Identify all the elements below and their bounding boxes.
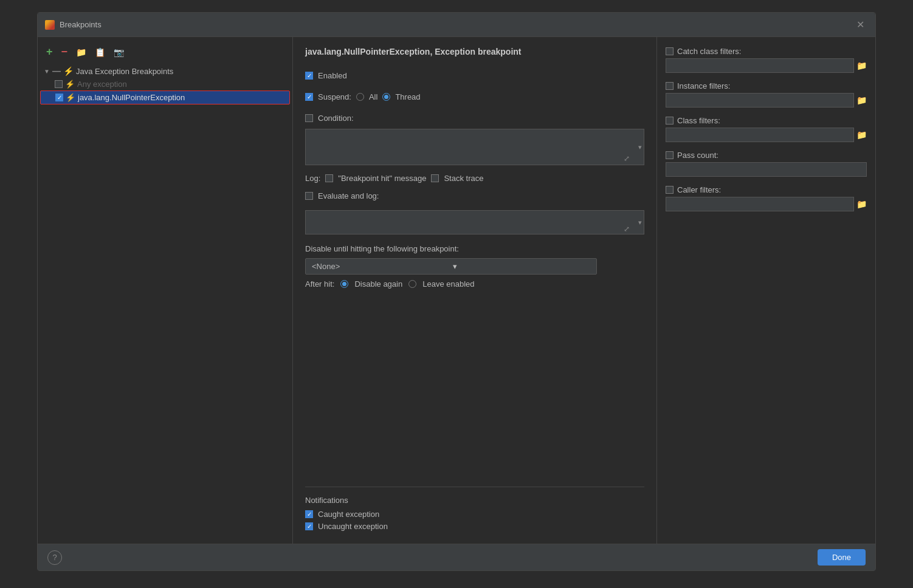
instance-input[interactable]: [666, 93, 854, 108]
evaluate-label: Evaluate and log:: [318, 191, 379, 200]
catch-class-row: Catch class filters: 📁: [666, 47, 867, 73]
disable-section: Disable until hitting the following brea…: [305, 244, 644, 289]
instance-row: Instance filters: 📁: [666, 81, 867, 108]
evaluate-checkbox[interactable]: [305, 192, 313, 200]
evaluate-row: Evaluate and log:: [305, 191, 644, 200]
catch-class-folder[interactable]: 📁: [856, 61, 867, 70]
condition-input[interactable]: [305, 129, 644, 165]
any-exception-checkbox[interactable]: [55, 80, 63, 88]
app-icon: [45, 20, 55, 30]
pass-count-header: Pass count:: [666, 151, 867, 160]
caller-label: Caller filters:: [677, 185, 721, 194]
catch-class-input[interactable]: [666, 58, 854, 73]
uncaught-label: Uncaught exception: [318, 522, 388, 531]
caller-folder[interactable]: 📁: [856, 199, 867, 209]
caught-label: Caught exception: [318, 510, 379, 519]
caller-input-row: 📁: [666, 197, 867, 211]
minus-icon: ―: [52, 66, 61, 76]
disable-dropdown[interactable]: <None> ▾: [305, 258, 597, 275]
caller-row: Caller filters: 📁: [666, 185, 867, 211]
all-radio[interactable]: [356, 93, 364, 101]
all-label: All: [369, 92, 377, 101]
close-button[interactable]: ✕: [853, 18, 868, 32]
class-input[interactable]: [666, 128, 854, 142]
enabled-row: Enabled: [305, 71, 644, 80]
instance-checkbox[interactable]: [666, 82, 674, 90]
none-option: <None>: [312, 262, 449, 271]
uncaught-checkbox[interactable]: [305, 522, 313, 530]
class-checkbox[interactable]: [666, 117, 674, 125]
done-button[interactable]: Done: [818, 549, 866, 566]
npe-label: java.lang.NullPointerException: [78, 93, 185, 102]
condition-row: Condition:: [305, 114, 644, 123]
title-bar: Breakpoints ✕: [38, 13, 875, 37]
suspend-label: Suspend:: [318, 92, 351, 101]
enabled-label: Enabled: [318, 71, 347, 80]
list-button[interactable]: 📋: [92, 46, 108, 58]
uncaught-exception-item: Uncaught exception: [305, 522, 644, 531]
pass-count-checkbox[interactable]: [666, 151, 674, 159]
detail-title: java.lang.NullPointerException, Exceptio…: [305, 47, 644, 56]
caught-exception-item: Caught exception: [305, 510, 644, 519]
group-label: Java Exception Breakpoints: [76, 67, 173, 76]
folder-button[interactable]: 📁: [74, 46, 89, 58]
enabled-checkbox[interactable]: [305, 72, 313, 80]
catch-class-checkbox[interactable]: [666, 47, 674, 55]
camera-button[interactable]: 📷: [111, 46, 126, 58]
instance-folder[interactable]: 📁: [856, 95, 867, 105]
condition-checkbox[interactable]: [305, 114, 313, 122]
add-button[interactable]: +: [44, 44, 55, 60]
thread-label: Thread: [395, 92, 420, 101]
tree-area: ▼ ― ⚡ Java Exception Breakpoints ⚡ Any e…: [38, 64, 292, 104]
catch-class-header: Catch class filters:: [666, 47, 867, 56]
dialog-title: Breakpoints: [60, 20, 853, 29]
instance-label: Instance filters:: [677, 81, 730, 91]
notifications-section: Notifications Caught exception Uncaught …: [305, 487, 644, 534]
disable-dropdown-arrow: ▾: [453, 262, 590, 271]
evaluate-dropdown-arrow[interactable]: ▾: [638, 219, 642, 227]
pass-count-input[interactable]: [666, 162, 867, 177]
evaluate-input-wrapper: ⤢ ▾: [305, 209, 644, 236]
any-exception-lightning: ⚡: [65, 80, 75, 89]
suspend-checkbox[interactable]: [305, 93, 313, 101]
evaluate-input[interactable]: [305, 210, 644, 234]
group-header[interactable]: ▼ ― ⚡ Java Exception Breakpoints: [40, 64, 290, 78]
caught-checkbox[interactable]: [305, 510, 313, 518]
instance-input-row: 📁: [666, 93, 867, 108]
caller-input[interactable]: [666, 197, 854, 211]
notifications-title: Notifications: [305, 496, 644, 505]
breakpoint-hit-checkbox[interactable]: [325, 174, 333, 182]
content-area: + − 📁 📋 📷 ▼ ― ⚡ Java Exception Breakpoin…: [38, 37, 875, 544]
class-header: Class filters:: [666, 116, 867, 125]
npe-item[interactable]: ⚡ java.lang.NullPointerException: [40, 91, 290, 104]
suspend-row: Suspend: All Thread: [305, 92, 644, 101]
leave-enabled-radio[interactable]: [408, 280, 416, 288]
pass-count-row: Pass count:: [666, 151, 867, 177]
npe-checkbox[interactable]: [55, 94, 63, 101]
expand-icon[interactable]: ⤢: [624, 154, 630, 163]
condition-area: Condition: ⤢ ▾: [305, 114, 644, 165]
pass-count-label: Pass count:: [677, 151, 718, 160]
condition-label: Condition:: [318, 114, 354, 123]
remove-button[interactable]: −: [59, 44, 71, 60]
class-folder[interactable]: 📁: [856, 130, 867, 140]
caller-header: Caller filters:: [666, 185, 867, 194]
after-hit-row: After hit: Disable again Leave enabled: [305, 279, 644, 289]
condition-dropdown-arrow[interactable]: ▾: [638, 143, 642, 151]
help-button[interactable]: ?: [47, 550, 62, 565]
breakpoint-hit-label: "Breakpoint hit" message: [338, 174, 426, 183]
log-row: Log: "Breakpoint hit" message Stack trac…: [305, 174, 644, 183]
disable-again-label: Disable again: [354, 279, 402, 289]
catch-class-input-row: 📁: [666, 58, 867, 73]
left-panel: + − 📁 📋 📷 ▼ ― ⚡ Java Exception Breakpoin…: [38, 37, 293, 544]
caller-checkbox[interactable]: [666, 186, 674, 194]
disable-again-radio[interactable]: [340, 280, 348, 288]
log-label: Log:: [305, 174, 320, 183]
thread-radio[interactable]: [382, 93, 390, 101]
any-exception-item[interactable]: ⚡ Any exception: [40, 78, 290, 91]
class-row: Class filters: 📁: [666, 116, 867, 142]
filters-panel: Catch class filters: 📁 Instance filters:: [656, 37, 875, 544]
evaluate-expand-icon[interactable]: ⤢: [624, 225, 630, 233]
stack-trace-checkbox[interactable]: [431, 174, 439, 182]
class-input-row: 📁: [666, 128, 867, 142]
